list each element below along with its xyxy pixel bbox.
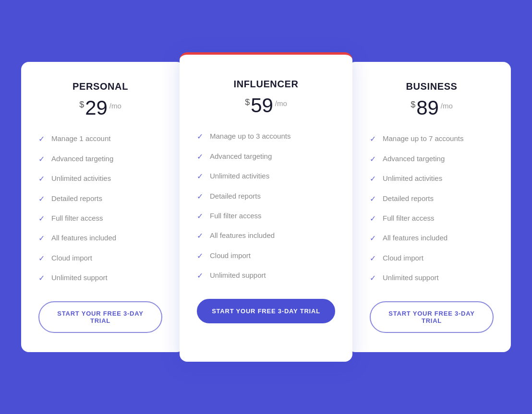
personal-card: PERSONAL $ 29 /mo ✓Manage 1 account ✓Adv… (21, 62, 184, 352)
personal-price-amount: 29 (85, 98, 108, 118)
business-price-period: /mo (441, 102, 453, 110)
business-features-list: ✓Manage up to 7 accounts ✓Advanced targe… (370, 133, 494, 284)
influencer-price-period: /mo (275, 99, 287, 107)
personal-plan-name: PERSONAL (38, 81, 162, 92)
list-item: ✓Full filter access (38, 213, 162, 224)
check-icon: ✓ (370, 174, 376, 184)
business-trial-button[interactable]: START YOUR FREE 3-DAY TRIAL (370, 301, 494, 333)
check-icon: ✓ (38, 134, 45, 144)
influencer-features-list: ✓Manage up to 3 accounts ✓Advanced targe… (197, 131, 335, 281)
check-icon: ✓ (370, 194, 376, 204)
list-item: ✓Unlimited support (370, 272, 494, 284)
list-item: ✓Unlimited activities (38, 173, 162, 184)
influencer-price-amount: 59 (251, 95, 273, 116)
business-plan-name: BUSINESS (370, 81, 494, 92)
check-icon: ✓ (197, 211, 203, 222)
check-icon: ✓ (370, 154, 376, 165)
list-item: ✓Cloud import (197, 250, 335, 261)
list-item: ✓Full filter access (197, 211, 335, 222)
check-icon: ✓ (197, 171, 203, 182)
check-icon: ✓ (197, 251, 203, 261)
check-icon: ✓ (370, 253, 376, 264)
check-icon: ✓ (38, 273, 45, 284)
list-item: ✓All features included (38, 233, 162, 244)
list-item: ✓Full filter access (370, 213, 494, 224)
list-item: ✓Unlimited activities (370, 173, 494, 184)
list-item: ✓Advanced targeting (38, 154, 162, 165)
influencer-price-row: $ 59 /mo (197, 95, 335, 116)
check-icon: ✓ (370, 134, 376, 144)
list-item: ✓Cloud import (370, 253, 494, 264)
business-card: BUSINESS $ 89 /mo ✓Manage up to 7 accoun… (348, 62, 511, 352)
personal-currency: $ (79, 100, 84, 110)
influencer-currency: $ (245, 97, 250, 107)
check-icon: ✓ (370, 273, 376, 284)
business-price-amount: 89 (416, 98, 439, 118)
list-item: ✓Manage 1 account (38, 133, 162, 144)
check-icon: ✓ (197, 271, 203, 281)
list-item: ✓Cloud import (38, 253, 162, 264)
check-icon: ✓ (370, 233, 376, 244)
check-icon: ✓ (197, 131, 203, 142)
check-icon: ✓ (38, 253, 45, 264)
list-item: ✓Unlimited support (197, 270, 335, 281)
check-icon: ✓ (38, 154, 45, 165)
list-item: ✓Unlimited activities (197, 171, 335, 182)
check-icon: ✓ (38, 174, 45, 184)
influencer-card: INFLUENCER $ 59 /mo ✓Manage up to 3 acco… (180, 52, 352, 361)
list-item: ✓All features included (197, 230, 335, 241)
list-item: ✓Manage up to 3 accounts (197, 131, 335, 142)
check-icon: ✓ (38, 213, 45, 224)
list-item: ✓Detailed reports (38, 193, 162, 204)
check-icon: ✓ (197, 231, 203, 241)
personal-price-period: /mo (109, 102, 121, 110)
pricing-container: PERSONAL $ 29 /mo ✓Manage 1 account ✓Adv… (12, 62, 520, 352)
list-item: ✓Detailed reports (197, 191, 335, 202)
list-item: ✓Advanced targeting (197, 151, 335, 162)
influencer-plan-name: INFLUENCER (197, 79, 335, 90)
business-currency: $ (411, 100, 415, 110)
check-icon: ✓ (370, 213, 376, 224)
list-item: ✓All features included (370, 233, 494, 244)
list-item: ✓Detailed reports (370, 193, 494, 204)
influencer-trial-button[interactable]: START YOUR FREE 3-DAY TRIAL (197, 299, 335, 323)
list-item: ✓Manage up to 7 accounts (370, 133, 494, 144)
check-icon: ✓ (197, 191, 203, 202)
personal-price-row: $ 29 /mo (38, 98, 162, 118)
personal-trial-button[interactable]: START YOUR FREE 3-DAY TRIAL (38, 301, 162, 333)
personal-features-list: ✓Manage 1 account ✓Advanced targeting ✓U… (38, 133, 162, 284)
business-price-row: $ 89 /mo (370, 98, 494, 118)
check-icon: ✓ (197, 152, 203, 162)
list-item: ✓Advanced targeting (370, 154, 494, 165)
check-icon: ✓ (38, 233, 45, 244)
list-item: ✓Unlimited support (38, 272, 162, 284)
check-icon: ✓ (38, 194, 45, 204)
